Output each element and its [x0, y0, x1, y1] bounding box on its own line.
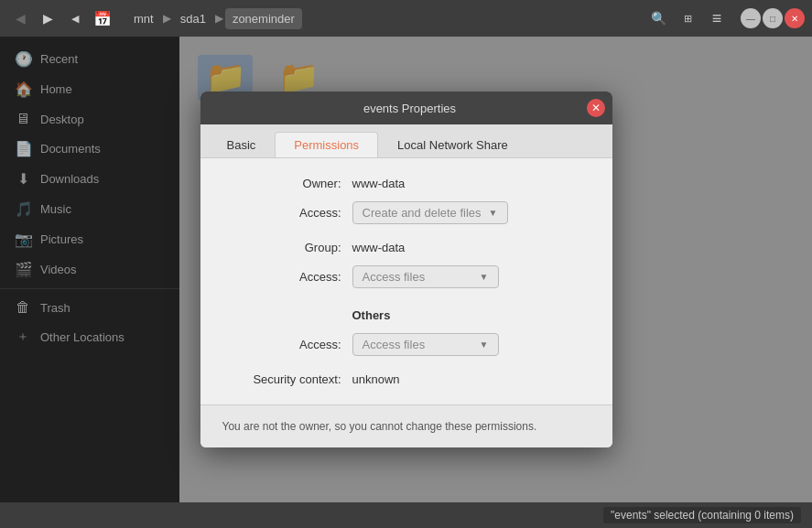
owner-access-row: Access: Create and delete files ▼: [222, 201, 590, 224]
tab-permissions[interactable]: Permissions: [275, 132, 378, 157]
others-access-label: Access:: [222, 338, 341, 351]
nav-back-button[interactable]: ◀: [7, 5, 33, 31]
view-toggle-button[interactable]: ⊞: [675, 5, 700, 31]
group-access-value: Access files: [363, 270, 426, 284]
nav-up-button[interactable]: ◀: [62, 5, 88, 31]
nav-forward-button[interactable]: ▶: [35, 5, 60, 31]
security-label: Security context:: [222, 372, 341, 386]
group-row: Group: www-data: [222, 241, 590, 254]
properties-dialog: events Properties ✕ Basic Permissions Lo…: [200, 92, 612, 447]
breadcrumb-sep-2: ▶: [215, 12, 223, 25]
window-controls: — □ ✕: [741, 8, 805, 28]
others-section-header: Others: [352, 308, 391, 322]
dialog-title: events Properties: [233, 102, 587, 115]
breadcrumb: mnt ▶ sda1 ▶ zoneminder: [119, 8, 642, 29]
minimize-button[interactable]: —: [741, 8, 761, 28]
dialog-titlebar: events Properties ✕: [200, 92, 612, 124]
others-access-value: Access files: [363, 338, 426, 351]
group-label: Group:: [222, 241, 341, 254]
owner-access-select[interactable]: Create and delete files ▼: [352, 201, 508, 224]
statusbar-text: "events" selected (containing 0 items): [603, 507, 801, 523]
breadcrumb-zoneminder[interactable]: zoneminder: [225, 8, 302, 29]
menu-button[interactable]: ≡: [704, 5, 730, 31]
breadcrumb-mnt[interactable]: mnt: [126, 8, 161, 29]
owner-access-label: Access:: [222, 206, 341, 220]
group-access-chevron-icon: ▼: [480, 272, 489, 282]
group-value: www-data: [352, 241, 406, 254]
dialog-body: Owner: www-data Access: Create and delet…: [200, 158, 612, 404]
security-value: unknown: [352, 372, 400, 386]
breadcrumb-sda1[interactable]: sda1: [173, 8, 213, 29]
dialog-footer: You are not the owner, so you cannot cha…: [200, 404, 612, 447]
group-access-row: Access: Access files ▼: [222, 265, 590, 288]
group-access-label: Access:: [222, 270, 341, 284]
breadcrumb-sep-1: ▶: [163, 12, 171, 25]
others-header-row: Others: [222, 305, 590, 322]
owner-access-value: Create and delete files: [363, 206, 482, 220]
statusbar: "events" selected (containing 0 items): [0, 502, 812, 528]
dialog-footer-text: You are not the owner, so you cannot cha…: [222, 420, 537, 433]
owner-row: Owner: www-data: [222, 177, 590, 190]
owner-value: www-data: [352, 177, 406, 190]
nav-bookmarks-button[interactable]: 📅: [90, 5, 115, 31]
owner-access-chevron-icon: ▼: [489, 208, 498, 218]
security-row: Security context: unknown: [222, 372, 590, 386]
nav-buttons: ◀ ▶ ◀ 📅: [7, 5, 115, 31]
owner-label: Owner:: [222, 177, 341, 190]
file-manager-window: ◀ ▶ ◀ 📅 mnt ▶ sda1 ▶ zoneminder 🔍 ⊞ ≡ — …: [0, 0, 812, 528]
others-access-select[interactable]: Access files ▼: [352, 333, 499, 356]
search-button[interactable]: 🔍: [645, 5, 671, 31]
dialog-tabs: Basic Permissions Local Network Share: [200, 124, 612, 158]
close-button[interactable]: ✕: [785, 8, 805, 28]
maximize-button[interactable]: □: [763, 8, 783, 28]
titlebar: ◀ ▶ ◀ 📅 mnt ▶ sda1 ▶ zoneminder 🔍 ⊞ ≡ — …: [0, 0, 812, 37]
others-access-chevron-icon: ▼: [480, 339, 489, 350]
titlebar-actions: 🔍 ⊞ ≡: [645, 5, 730, 31]
tab-local-network-share[interactable]: Local Network Share: [378, 132, 527, 157]
others-access-row: Access: Access files ▼: [222, 333, 590, 356]
tab-basic[interactable]: Basic: [208, 132, 276, 157]
modal-overlay: events Properties ✕ Basic Permissions Lo…: [0, 37, 812, 502]
group-access-select[interactable]: Access files ▼: [352, 265, 499, 288]
dialog-close-button[interactable]: ✕: [587, 99, 605, 117]
